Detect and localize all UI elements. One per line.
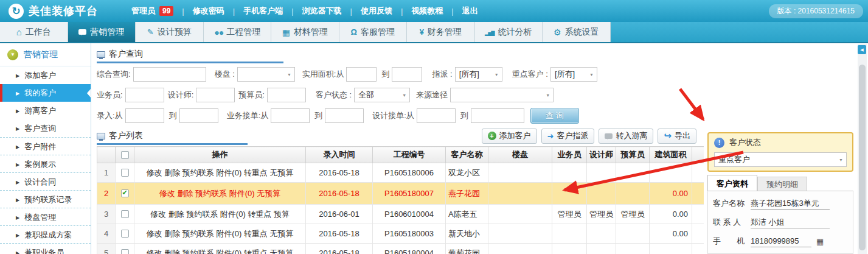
tab-appointment-detail[interactable]: 预约明细 [757,177,807,191]
search-button[interactable]: 查 询 [530,108,579,124]
row-checkbox[interactable] [121,230,129,238]
contact-value[interactable]: 郑洁 小姐 [751,216,830,228]
row-checkbox[interactable] [121,169,129,177]
customer-name-label: 客户名称 [713,198,751,209]
sidebar-item-parttime-sales[interactable]: 兼职业务员 [0,243,91,254]
scrollbar-thumb[interactable] [859,65,866,250]
estate-select[interactable] [237,67,295,82]
yuan-icon [420,28,424,36]
app-window: ↻ 美佳装修平台 管理员 99 | 修改密码 | 手机客户端 | 浏览器下载 |… [0,0,868,254]
table-header-row: 操作 录入时间 工程编号 客户名称 楼盘 业务员 设计师 预算员 建筑面积 [97,147,704,163]
tab-customer-info[interactable]: 客户资料 [707,175,757,191]
row-actions[interactable]: 修改 删除 预约联系 附件(0) 转重点 无预算 [134,163,306,183]
sidebar-item-parttime-commission[interactable]: 兼职提成方案 [0,225,91,243]
source-select[interactable] [450,88,554,102]
query-section-header: 客户查询 [97,47,704,62]
menu-separator: | [350,7,352,16]
phone-keypad-icon[interactable]: ▦ [816,237,824,246]
design-order-from-input[interactable] [417,108,456,123]
gear-icon [554,28,561,37]
key-customer-select[interactable]: [所有] [550,67,597,82]
export-button[interactable]: 导出 [658,129,696,144]
row-actions[interactable]: 修改 删除 预约联系 附件(0) 转重点 无预算 [134,244,306,254]
sidebar-item-design-contract[interactable]: 设计合同 [0,172,91,190]
sales-input[interactable] [125,88,164,102]
sidebar-item-case-display[interactable]: 案例展示 [0,155,91,172]
vertical-scrollbar[interactable] [858,44,867,254]
chat-icon [78,29,86,35]
notification-badge[interactable]: 99 [159,6,173,16]
sidebar-item-add-customer[interactable]: 添加客户 [0,66,91,84]
sidebar-item-floating-customers[interactable]: 游离客户 [0,102,91,119]
menu-video-tutorial[interactable]: 视频教程 [411,5,443,16]
composite-query-input[interactable] [133,67,206,82]
panel-status-select[interactable]: 重点客户 [714,152,847,167]
tab-engineering[interactable]: 工程管理 [204,22,272,42]
sidebar-item-customer-query[interactable]: 客户查询 [0,119,91,137]
sidebar-item-appointment-records[interactable]: 预约联系记录 [0,190,91,208]
user-name[interactable]: 管理员 [131,5,155,16]
assign-arrow-icon [547,132,554,141]
row-actions[interactable]: 修改 删除 预约联系 附件(0) 转重点 无预算 [134,224,306,244]
customer-status-select[interactable]: 全部 [354,88,410,102]
tab-marketing[interactable]: 营销管理 [68,22,136,42]
assign-select[interactable]: [所有] [455,67,502,82]
menu-change-password[interactable]: 修改密码 [193,5,224,16]
phone-value[interactable]: 18180999895 [751,235,811,247]
sidebar-title[interactable]: ▼ 营销管理 [0,43,91,66]
to-label: 到 [314,110,322,121]
sales-order-to-input[interactable] [325,108,364,123]
usable-area-from-input[interactable] [346,67,377,82]
design-order-to-input[interactable] [471,108,524,123]
row-checkbox[interactable] [121,189,129,197]
row-actions[interactable]: 修改 删除 预约联系 附件(0) 无预算 [134,183,306,205]
sales-order-from-input[interactable] [271,108,310,123]
select-all-cell[interactable] [116,147,134,163]
sidebar-item-my-customers[interactable]: 我的客户 [0,84,91,102]
tab-design-budget[interactable]: 设计预算 [136,22,204,42]
collapse-panel-button[interactable]: ◀ [858,45,866,54]
query-section-title: 客户查询 [109,49,143,60]
table-row: 1 修改 删除 预约联系 附件(0) 转重点 无预算 2016-05-18 P1… [97,163,704,183]
row-checkbox[interactable] [121,249,129,254]
chart-icon [485,28,494,36]
tab-materials[interactable]: 材料管理 [271,22,339,42]
budgeter-input[interactable] [267,88,306,102]
menu-logout[interactable]: 退出 [462,5,478,16]
detach-icon [605,133,613,139]
headset-icon [351,28,357,36]
menu-mobile-client[interactable]: 手机客户端 [243,5,283,16]
brand: ↻ 美佳装修平台 [9,4,98,19]
designer-label: 设计师: [168,90,194,101]
version-badge: 版本 : 20160531214615 [769,4,863,18]
sidebar-item-estate-management[interactable]: 楼盘管理 [0,208,91,225]
customer-table: 操作 录入时间 工程编号 客户名称 楼盘 业务员 设计师 预算员 建筑面积 1 … [97,146,704,254]
select-all-checkbox[interactable] [121,151,129,159]
entry-from-input[interactable] [125,108,164,123]
move-to-floating-button[interactable]: 转入游离 [599,129,653,144]
row-checkbox[interactable] [121,210,129,218]
row-actions[interactable]: 修改 删除 预约联系 附件(0) 转重点 预算 [134,205,306,224]
tab-statistics[interactable]: 统计分析 [475,22,543,42]
tab-service[interactable]: 客服管理 [339,22,408,42]
grid-icon [282,28,290,37]
usable-area-to-input[interactable] [392,67,422,82]
list-section-header: 客户列表 + 添加客户 客户指派 转入游离 导出 [97,129,704,143]
menu-feedback[interactable]: 使用反馈 [361,5,392,16]
tab-system-settings[interactable]: 系统设置 [543,22,611,42]
add-customer-button[interactable]: + 添加客户 [482,129,537,144]
tab-workbench[interactable]: 工作台 [0,22,68,42]
sidebar-item-customer-attachments[interactable]: 客户附件 [0,137,91,155]
table-row-selected: 2 修改 删除 预约联系 附件(0) 无预算 2016-05-18 P16051… [97,183,704,205]
entry-from-label: 录入:从 [97,110,123,121]
monitor-icon [97,51,105,58]
assign-customer-button[interactable]: 客户指派 [541,129,595,144]
entry-to-input[interactable] [179,108,218,123]
tab-finance[interactable]: 财务管理 [407,22,475,42]
customer-name-value[interactable]: 燕子花园15栋3单元 [751,197,830,210]
list-toolbar: + 添加客户 客户指派 转入游离 导出 [482,129,696,144]
sales-order-from-label: 业务接单:从 [227,110,269,121]
designer-input[interactable] [196,88,235,102]
estate-label: 楼盘 : [215,69,235,80]
menu-browser-download[interactable]: 浏览器下载 [302,5,342,16]
